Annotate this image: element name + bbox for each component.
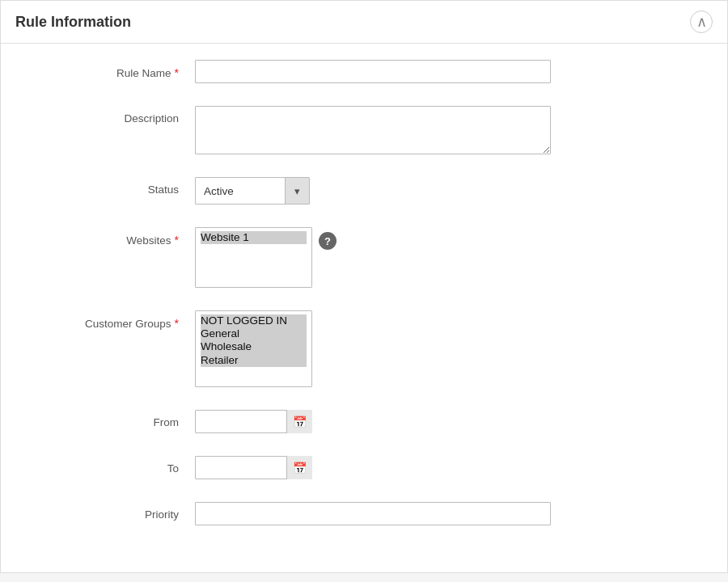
to-calendar-button[interactable]: 📅 (286, 456, 312, 479)
description-input[interactable] (195, 106, 551, 154)
description-label: Description (33, 106, 195, 124)
rule-name-wrap (195, 60, 551, 83)
websites-required: * (175, 234, 179, 247)
from-wrap: 📅 (195, 410, 312, 433)
collapse-button[interactable]: ∧ (690, 11, 713, 33)
rule-name-input[interactable] (195, 60, 551, 83)
section-title: Rule Information (15, 14, 131, 31)
form-body: Rule Name* Description Status Ac (1, 44, 727, 572)
calendar-icon: 📅 (293, 415, 307, 428)
from-calendar-button[interactable]: 📅 (286, 410, 312, 433)
customer-groups-wrap: NOT LOGGED IN General Wholesale Retailer (195, 310, 312, 387)
rule-name-label: Rule Name* (33, 60, 195, 79)
status-wrap: Active Inactive ▾ (195, 177, 310, 205)
customer-groups-required: * (175, 317, 179, 330)
rule-name-row: Rule Name* (33, 60, 695, 83)
customer-groups-select[interactable]: NOT LOGGED IN General Wholesale Retailer (195, 310, 312, 387)
priority-wrap (195, 502, 551, 525)
from-row: From 📅 (33, 410, 695, 433)
status-select-wrap: Active Inactive ▾ (195, 177, 310, 205)
section-header: Rule Information ∧ (1, 1, 727, 44)
websites-wrap: Website 1 ? (195, 227, 336, 288)
description-wrap (195, 106, 551, 154)
from-label: From (33, 410, 195, 428)
from-date-wrap: 📅 (195, 410, 312, 433)
description-row: Description (33, 106, 695, 154)
to-wrap: 📅 (195, 456, 312, 479)
websites-help-icon[interactable]: ? (319, 232, 336, 250)
customer-groups-row: Customer Groups* NOT LOGGED IN General W… (33, 310, 695, 387)
status-label: Status (33, 177, 195, 196)
websites-select[interactable]: Website 1 (195, 227, 312, 288)
collapse-icon: ∧ (696, 13, 707, 31)
to-label: To (33, 456, 195, 474)
status-dropdown-arrow[interactable]: ▾ (285, 178, 309, 204)
websites-label: Websites* (33, 227, 195, 247)
rule-information-section: Rule Information ∧ Rule Name* Descriptio… (0, 0, 728, 573)
to-row: To 📅 (33, 456, 695, 479)
priority-input[interactable] (195, 502, 551, 525)
status-select[interactable]: Active Inactive (196, 180, 285, 202)
calendar-icon-to: 📅 (293, 462, 307, 474)
customer-groups-label: Customer Groups* (33, 310, 195, 330)
rule-name-required: * (175, 66, 179, 79)
websites-row: Websites* Website 1 ? (33, 227, 695, 288)
to-date-wrap: 📅 (195, 456, 312, 479)
priority-label: Priority (33, 502, 195, 521)
status-row: Status Active Inactive ▾ (33, 177, 695, 205)
priority-row: Priority (33, 502, 695, 525)
